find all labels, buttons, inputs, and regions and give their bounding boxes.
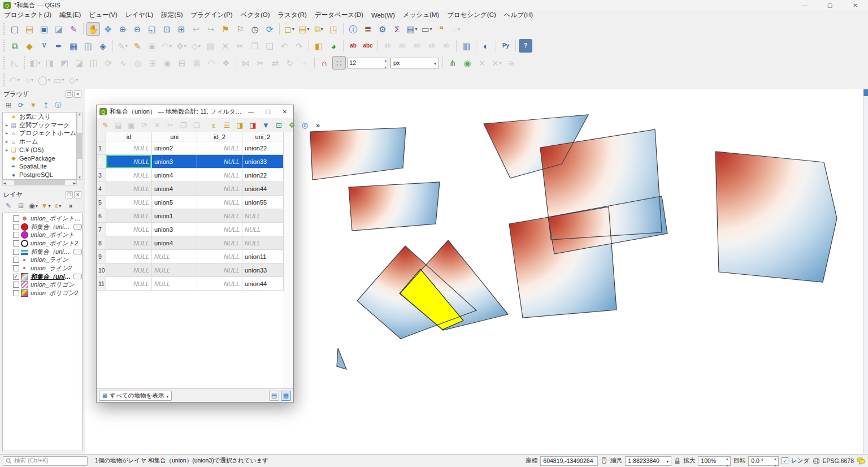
browser-item-spatialite[interactable]: ✒SpatiaLite xyxy=(3,162,76,171)
cell-id_2[interactable]: NULL xyxy=(197,223,242,236)
menu-item-12[interactable]: プロセシング(C) xyxy=(443,10,500,20)
new-field-button[interactable]: ◨ xyxy=(234,119,246,131)
messages-bubble-icon[interactable] xyxy=(857,457,865,465)
statistics-panel-button[interactable]: Σ xyxy=(390,22,404,36)
browser-vertical-scrollbar[interactable]: ▲▼ xyxy=(77,112,83,180)
table-row[interactable]: 7NULLunion3NULLNULL xyxy=(97,223,284,236)
properties-widget-button[interactable]: ⓘ xyxy=(53,100,64,111)
cell-id_2[interactable]: NULL xyxy=(197,155,242,168)
layer-checkbox[interactable] xyxy=(13,215,19,222)
scroll-up-icon[interactable]: ▲ xyxy=(78,113,81,116)
measure-button[interactable]: ▭▾ xyxy=(420,22,433,36)
select-features-button[interactable]: ◻▾ xyxy=(283,22,296,36)
cell-id[interactable]: NULL xyxy=(106,141,152,155)
cell-id_2[interactable]: NULL xyxy=(197,263,242,277)
layer-item-10[interactable]: union_ポリゴン2 xyxy=(3,289,82,297)
menu-item-7[interactable]: ベクタ(O) xyxy=(237,10,274,20)
cell-uni_2[interactable]: union33 xyxy=(242,155,284,168)
highlight-pinned-labels-button[interactable]: abc xyxy=(361,39,375,53)
menu-item-5[interactable]: 設定(S) xyxy=(157,10,186,20)
cell-id[interactable]: NULL xyxy=(106,182,152,196)
layer-checkbox[interactable] xyxy=(13,257,19,263)
attribute-table-scrollbar[interactable] xyxy=(284,132,293,388)
new-project-button[interactable]: ▢ xyxy=(8,22,21,36)
select-by-location-button[interactable]: ◳ xyxy=(327,22,340,36)
scroll-left-icon[interactable]: ◀ xyxy=(3,181,6,185)
layers-overflow-button[interactable]: » xyxy=(65,200,76,211)
menu-item-1[interactable]: プロジェクト(J) xyxy=(0,10,55,20)
expand-icon[interactable]: ▸ xyxy=(4,139,10,144)
processing-toolbox-button[interactable]: ⚙ xyxy=(376,22,389,36)
add-selected-layers-button[interactable]: ⊞ xyxy=(3,100,14,111)
menu-item-11[interactable]: メッシュ(M) xyxy=(399,10,443,20)
save-project-button[interactable]: ▣ xyxy=(37,22,51,36)
zoom-in-button[interactable]: ⊕ xyxy=(116,22,129,36)
filter-browser-button[interactable]: ▼ xyxy=(28,100,39,111)
lock-scale-icon[interactable] xyxy=(674,457,680,465)
attribute-window-titlebar[interactable]: Q 和集合（union） — 地物数合計: 11, フィルタ: 11,... —… xyxy=(97,105,293,118)
browser-item-bookmark[interactable]: ▸▤空間ブックマーク xyxy=(3,121,76,129)
form-view-button[interactable]: ▤ xyxy=(269,391,279,401)
cell-id_2[interactable]: NULL xyxy=(197,250,242,263)
new-mesh-layer-button[interactable]: ◫ xyxy=(81,39,95,53)
table-row[interactable]: 8NULLunion4NULLNULL xyxy=(97,236,284,250)
zoom-full-extent-button[interactable]: ◱ xyxy=(145,22,159,36)
select-by-form-button[interactable]: ▤▾ xyxy=(297,22,311,36)
cell-uni[interactable]: union2 xyxy=(152,141,197,155)
open-project-button[interactable]: ▤ xyxy=(23,22,36,36)
menu-item-2[interactable]: 編集(E) xyxy=(55,10,85,20)
browser-item-project-home[interactable]: ▸⌂プロジェクトホーム xyxy=(3,129,76,137)
zoom-to-layer-button[interactable]: ⊞ xyxy=(175,22,188,36)
snap-units-combo[interactable]: px xyxy=(390,58,439,68)
new-temporary-scratch-layer-button[interactable]: ▦ xyxy=(67,39,80,53)
menu-item-9[interactable]: データベース(D) xyxy=(311,10,367,20)
attr-maximize-button[interactable]: ▢ xyxy=(259,105,276,118)
cell-id[interactable]: NULL xyxy=(106,168,152,182)
layer-item-5[interactable]: 和集合（union） xyxy=(3,248,82,256)
menu-item-8[interactable]: ラスタ(R) xyxy=(274,10,311,20)
cell-uni[interactable]: union4 xyxy=(152,168,197,182)
spin-up-icon[interactable] xyxy=(385,56,387,63)
layer-filter-badge-icon[interactable] xyxy=(73,224,82,230)
browser-float-button[interactable] xyxy=(66,90,73,98)
browser-item-geopackage[interactable]: ◆GeoPackage xyxy=(3,154,76,162)
expand-icon[interactable]: ▸ xyxy=(4,123,10,128)
cell-id_2[interactable]: NULL xyxy=(197,141,242,155)
delete-field-button[interactable]: ◨ xyxy=(247,119,259,131)
table-view-button[interactable]: ▦ xyxy=(281,391,291,401)
open-data-source-manager-button[interactable]: ⧉ xyxy=(8,39,21,53)
row-number[interactable]: 5 xyxy=(97,196,106,209)
expand-icon[interactable]: ▸ xyxy=(4,131,10,136)
cell-id_2[interactable]: NULL xyxy=(197,168,242,182)
refresh-browser-button[interactable]: ⟳ xyxy=(15,100,27,111)
layer-checkbox[interactable] xyxy=(13,232,19,238)
cell-id[interactable]: NULL xyxy=(106,209,152,223)
row-number[interactable]: 8 xyxy=(97,236,106,250)
cell-uni_2[interactable]: union44 xyxy=(242,182,284,196)
attr-minimize-button[interactable]: — xyxy=(242,105,259,118)
layer-item-1[interactable]: union_ポイント__3 xyxy=(3,214,82,223)
table-row[interactable]: 5NULLunion5NULLunion55 xyxy=(97,196,284,209)
locator-search-input[interactable]: 検索 (Ctrl+K) xyxy=(3,456,88,466)
cell-uni_2[interactable]: NULL xyxy=(242,209,284,223)
layer-checkbox[interactable]: ✓ xyxy=(13,274,19,280)
select-by-expression-button[interactable]: ▼ xyxy=(260,119,272,131)
menu-item-10[interactable]: Web(W) xyxy=(367,11,399,19)
organize-columns-button[interactable]: ☰ xyxy=(221,119,233,131)
pan-map-button[interactable]: ✋ xyxy=(86,22,100,36)
layer-checkbox[interactable] xyxy=(13,282,19,288)
new-annotation-button[interactable]: ◧ xyxy=(312,39,326,53)
cell-id[interactable]: NULL xyxy=(106,155,152,168)
open-attribute-table-button[interactable]: ▦▾ xyxy=(405,22,419,36)
layer-item-7[interactable]: union_ライン2 xyxy=(3,264,82,273)
browser-item-postgresql[interactable]: ●PostgreSQL xyxy=(3,171,76,179)
layer-item-9[interactable]: union_ポリゴン xyxy=(3,281,82,289)
cell-id_2[interactable]: NULL xyxy=(197,196,242,209)
toggle-editing-button[interactable]: ✎ xyxy=(131,39,144,53)
snap-tolerance-spinbox[interactable]: 12 xyxy=(348,58,388,68)
cell-uni[interactable]: NULL xyxy=(152,263,197,277)
new-bookmark-button[interactable]: ⚑ xyxy=(219,22,232,36)
table-row[interactable]: 6NULLunion1NULLNULL xyxy=(97,209,284,223)
layers-float-button[interactable] xyxy=(66,191,73,198)
mouse-extent-icon[interactable] xyxy=(601,457,607,465)
